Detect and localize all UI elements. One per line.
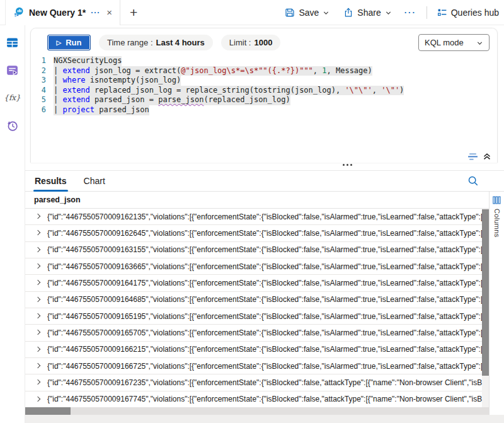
expand-row-icon[interactable] xyxy=(35,264,40,269)
queries-hub-icon xyxy=(437,8,447,18)
kql-mode-select[interactable]: KQL mode xyxy=(418,34,490,51)
row-json-value: {"id":"4467550570009164175","violations"… xyxy=(47,279,482,287)
script-run-icon xyxy=(6,64,19,77)
columns-panel-label: Columns xyxy=(493,209,501,238)
table-row[interactable]: {"id":"4467550570009162135","violations"… xyxy=(25,209,482,225)
table-row[interactable]: {"id":"4467550570009167745","violations"… xyxy=(25,391,482,407)
save-button[interactable]: Save xyxy=(285,8,329,18)
share-label: Share xyxy=(357,8,381,18)
sidebar-item-functions[interactable]: {fx} xyxy=(5,90,20,105)
queries-hub-label: Queries hub xyxy=(451,8,499,18)
expand-row-icon[interactable] xyxy=(35,397,40,402)
sidebar-item-scripts[interactable] xyxy=(5,62,20,78)
editor-line[interactable]: 5| extend parsed_json = parse_json(repla… xyxy=(31,95,497,105)
horizontal-scrollbar[interactable] xyxy=(25,407,489,415)
code-text: | extend replaced_json_log = replace_str… xyxy=(54,86,404,96)
play-icon: ▷ xyxy=(57,40,62,46)
code-text: | where isnotempty(json_log) xyxy=(54,76,181,86)
editor-line[interactable]: 4| extend replaced_json_log = replace_st… xyxy=(31,86,497,96)
expand-row-icon[interactable] xyxy=(35,280,40,285)
tab-more-icon[interactable]: ··· xyxy=(91,8,100,17)
horizontal-scrollbar-thumb[interactable] xyxy=(25,407,71,415)
search-icon[interactable] xyxy=(467,175,479,187)
share-icon xyxy=(343,8,353,18)
expand-row-icon[interactable] xyxy=(35,214,40,219)
code-text: | extend json_log = extract(@"json_log\s… xyxy=(54,66,372,76)
expand-row-icon[interactable] xyxy=(35,380,40,385)
align-results-icon[interactable] xyxy=(467,153,478,161)
row-json-value: {"id":"4467550570009163665","violations"… xyxy=(47,262,482,271)
collapse-editor-icon[interactable] xyxy=(483,152,491,161)
line-number: 6 xyxy=(31,105,46,115)
limit-button[interactable]: Limit : 1000 xyxy=(221,35,281,50)
limit-label: Limit : xyxy=(229,38,251,47)
columns-side-panel[interactable]: Columns xyxy=(489,192,504,415)
sidebar-item-data[interactable] xyxy=(5,35,20,50)
table-row[interactable]: {"id":"4467550570009165705","violations"… xyxy=(25,325,482,341)
table-row[interactable]: {"id":"4467550570009163665","violations"… xyxy=(25,258,482,275)
vertical-scrollbar[interactable] xyxy=(482,209,489,407)
column-header-parsed-json[interactable]: parsed_json xyxy=(25,192,489,209)
save-label: Save xyxy=(299,8,319,18)
table-row[interactable]: {"id":"4467550570009166215","violations"… xyxy=(25,342,482,358)
expand-row-icon[interactable] xyxy=(35,363,40,368)
table-row[interactable]: {"id":"4467550570009164685","violations"… xyxy=(25,292,482,308)
more-actions-button[interactable]: ··· xyxy=(404,8,416,17)
line-number: 3 xyxy=(31,76,46,86)
table-row[interactable]: {"id":"4467550570009164175","violations"… xyxy=(25,275,482,291)
line-number: 4 xyxy=(31,86,46,96)
actions-divider xyxy=(427,6,427,19)
tab-results[interactable]: Results xyxy=(35,171,67,192)
panel-resize-handle[interactable] xyxy=(343,164,352,166)
tab-chart[interactable]: Chart xyxy=(84,171,105,192)
row-json-value: {"id":"4467550570009164685","violations"… xyxy=(47,295,482,304)
row-json-value: {"id":"4467550570009165705","violations"… xyxy=(47,328,482,337)
row-json-value: {"id":"4467550570009162645","violations"… xyxy=(47,229,482,238)
row-json-value: {"id":"4467550570009167235","violations"… xyxy=(47,378,482,387)
history-clock-icon xyxy=(6,119,19,132)
table-row[interactable]: {"id":"4467550570009167235","violations"… xyxy=(25,374,482,391)
editor-line[interactable]: 6| project parsed_json xyxy=(31,105,497,115)
row-json-value: {"id":"4467550570009165195","violations"… xyxy=(47,312,482,321)
expand-row-icon[interactable] xyxy=(35,230,40,235)
query-toolbar: ▷ Run Time range : Last 4 hours Limit : … xyxy=(31,28,497,51)
vertical-scrollbar-thumb[interactable] xyxy=(482,209,489,376)
kql-code-editor[interactable]: 1NGXSecurityLogs2| extend json_log = ext… xyxy=(31,56,497,115)
line-number: 2 xyxy=(31,66,46,76)
time-range-button[interactable]: Time range : Last 4 hours xyxy=(99,35,213,50)
table-row[interactable]: {"id":"4467550570009163155","violations"… xyxy=(25,242,482,258)
editor-lines: 1NGXSecurityLogs2| extend json_log = ext… xyxy=(31,56,497,115)
code-text: | project parsed_json xyxy=(54,105,149,115)
expand-row-icon[interactable] xyxy=(35,313,40,318)
share-button[interactable]: Share xyxy=(343,8,391,18)
query-tab-icon xyxy=(13,7,24,18)
row-json-value: {"id":"4467550570009167745","violations"… xyxy=(47,395,482,403)
kql-mode-chevron-down-icon xyxy=(476,40,483,47)
tab-bar: New Query 1* ··· × + Save Share xyxy=(0,0,504,25)
save-icon xyxy=(285,8,295,18)
left-navigation-rail: {fx} xyxy=(0,25,25,423)
sidebar-item-history[interactable] xyxy=(5,118,20,133)
table-grid-icon xyxy=(6,36,19,49)
kql-mode-value: KQL mode xyxy=(425,38,464,47)
editor-line[interactable]: 3| where isnotempty(json_log) xyxy=(31,76,497,86)
row-json-value: {"id":"4467550570009166215","violations"… xyxy=(47,345,482,354)
results-tabs: Results Chart xyxy=(25,171,504,192)
row-json-value: {"id":"4467550570009163155","violations"… xyxy=(47,245,482,254)
expand-row-icon[interactable] xyxy=(35,247,40,252)
query-tab[interactable]: New Query 1* ··· × xyxy=(5,0,120,25)
expand-row-icon[interactable] xyxy=(35,330,40,335)
expand-row-icon[interactable] xyxy=(35,297,40,302)
tab-close-icon[interactable]: × xyxy=(105,8,113,17)
table-row[interactable]: {"id":"4467550570009165195","violations"… xyxy=(25,308,482,325)
expand-row-icon[interactable] xyxy=(35,347,40,352)
table-row[interactable]: {"id":"4467550570009166725","violations"… xyxy=(25,358,482,374)
editor-line[interactable]: 1NGXSecurityLogs xyxy=(31,56,497,66)
new-tab-button[interactable]: + xyxy=(130,6,137,19)
editor-line[interactable]: 2| extend json_log = extract(@"json_log\… xyxy=(31,66,497,76)
table-row[interactable]: {"id":"4467550570009162645","violations"… xyxy=(25,225,482,241)
line-number: 5 xyxy=(31,95,46,105)
queries-hub-button[interactable]: Queries hub xyxy=(437,8,499,18)
line-number: 1 xyxy=(31,56,46,66)
run-button[interactable]: ▷ Run xyxy=(47,35,91,50)
